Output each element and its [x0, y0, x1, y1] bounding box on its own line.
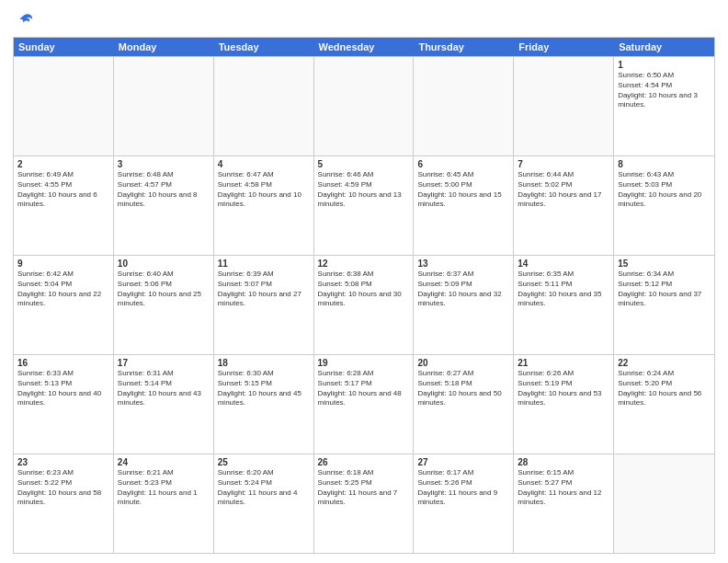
- calendar-cell: 12Sunrise: 6:38 AM Sunset: 5:08 PM Dayli…: [314, 256, 415, 354]
- day-info: Sunrise: 6:38 AM Sunset: 5:08 PM Dayligh…: [318, 270, 410, 309]
- header-day-saturday: Saturday: [614, 38, 714, 56]
- day-number: 18: [218, 358, 310, 368]
- calendar-cell: 13Sunrise: 6:37 AM Sunset: 5:09 PM Dayli…: [414, 256, 514, 354]
- calendar: SundayMondayTuesdayWednesdayThursdayFrid…: [13, 37, 715, 554]
- day-info: Sunrise: 6:26 AM Sunset: 5:19 PM Dayligh…: [518, 369, 609, 408]
- calendar-cell: 10Sunrise: 6:40 AM Sunset: 5:06 PM Dayli…: [114, 256, 214, 354]
- day-number: 19: [318, 358, 410, 368]
- day-info: Sunrise: 6:49 AM Sunset: 4:55 PM Dayligh…: [17, 170, 109, 210]
- calendar-row-4: 23Sunrise: 6:23 AM Sunset: 5:22 PM Dayli…: [14, 454, 714, 553]
- header: [13, 9, 715, 31]
- calendar-cell: 25Sunrise: 6:20 AM Sunset: 5:24 PM Dayli…: [214, 454, 314, 553]
- day-info: Sunrise: 6:43 AM Sunset: 5:03 PM Dayligh…: [618, 170, 711, 210]
- day-info: Sunrise: 6:45 AM Sunset: 5:00 PM Dayligh…: [417, 170, 509, 210]
- day-number: 23: [17, 457, 109, 467]
- calendar-header: SundayMondayTuesdayWednesdayThursdayFrid…: [14, 38, 714, 56]
- day-number: 12: [318, 259, 410, 269]
- day-number: 7: [518, 159, 609, 169]
- calendar-cell: 14Sunrise: 6:35 AM Sunset: 5:11 PM Dayli…: [514, 256, 614, 354]
- calendar-cell: [214, 57, 314, 155]
- day-info: Sunrise: 6:50 AM Sunset: 4:54 PM Dayligh…: [618, 71, 711, 110]
- day-number: 17: [118, 358, 210, 368]
- calendar-cell: [514, 57, 614, 155]
- day-number: 16: [17, 358, 109, 368]
- day-number: 6: [417, 159, 509, 169]
- calendar-cell: [314, 57, 415, 155]
- day-number: 13: [417, 259, 509, 269]
- day-info: Sunrise: 6:20 AM Sunset: 5:24 PM Dayligh…: [218, 468, 310, 508]
- calendar-cell: 23Sunrise: 6:23 AM Sunset: 5:22 PM Dayli…: [14, 454, 114, 553]
- calendar-cell: 19Sunrise: 6:28 AM Sunset: 5:17 PM Dayli…: [314, 355, 415, 454]
- day-number: 3: [118, 159, 210, 169]
- day-info: Sunrise: 6:35 AM Sunset: 5:11 PM Dayligh…: [518, 270, 609, 309]
- day-number: 25: [218, 457, 310, 467]
- day-number: 8: [618, 159, 711, 169]
- calendar-cell: 1Sunrise: 6:50 AM Sunset: 4:54 PM Daylig…: [614, 57, 714, 155]
- calendar-cell: 11Sunrise: 6:39 AM Sunset: 5:07 PM Dayli…: [214, 256, 314, 354]
- day-info: Sunrise: 6:39 AM Sunset: 5:07 PM Dayligh…: [218, 270, 310, 309]
- logo: [13, 13, 35, 31]
- day-info: Sunrise: 6:37 AM Sunset: 5:09 PM Dayligh…: [417, 270, 509, 309]
- page: SundayMondayTuesdayWednesdayThursdayFrid…: [0, 0, 728, 563]
- calendar-cell: 16Sunrise: 6:33 AM Sunset: 5:13 PM Dayli…: [14, 355, 114, 454]
- calendar-cell: 9Sunrise: 6:42 AM Sunset: 5:04 PM Daylig…: [14, 256, 114, 354]
- day-number: 15: [618, 259, 711, 269]
- calendar-cell: 26Sunrise: 6:18 AM Sunset: 5:25 PM Dayli…: [314, 454, 415, 553]
- day-number: 14: [518, 259, 609, 269]
- day-number: 28: [518, 457, 609, 467]
- header-day-tuesday: Tuesday: [214, 38, 314, 56]
- calendar-cell: 8Sunrise: 6:43 AM Sunset: 5:03 PM Daylig…: [614, 156, 714, 255]
- calendar-cell: 7Sunrise: 6:44 AM Sunset: 5:02 PM Daylig…: [514, 156, 614, 255]
- day-info: Sunrise: 6:28 AM Sunset: 5:17 PM Dayligh…: [318, 369, 410, 408]
- calendar-cell: 20Sunrise: 6:27 AM Sunset: 5:18 PM Dayli…: [414, 355, 514, 454]
- day-info: Sunrise: 6:21 AM Sunset: 5:23 PM Dayligh…: [118, 468, 210, 508]
- day-info: Sunrise: 6:42 AM Sunset: 5:04 PM Dayligh…: [17, 270, 109, 309]
- header-day-friday: Friday: [514, 38, 614, 56]
- calendar-cell: [14, 57, 114, 155]
- calendar-cell: 2Sunrise: 6:49 AM Sunset: 4:55 PM Daylig…: [14, 156, 114, 255]
- calendar-cell: 28Sunrise: 6:15 AM Sunset: 5:27 PM Dayli…: [514, 454, 614, 553]
- calendar-cell: 5Sunrise: 6:46 AM Sunset: 4:59 PM Daylig…: [314, 156, 415, 255]
- day-number: 21: [518, 358, 609, 368]
- header-day-wednesday: Wednesday: [314, 38, 415, 56]
- day-info: Sunrise: 6:48 AM Sunset: 4:57 PM Dayligh…: [118, 170, 210, 210]
- header-day-sunday: Sunday: [14, 38, 114, 56]
- calendar-body: 1Sunrise: 6:50 AM Sunset: 4:54 PM Daylig…: [14, 56, 714, 553]
- logo-bird-icon: [15, 11, 35, 31]
- day-number: 9: [17, 259, 109, 269]
- day-info: Sunrise: 6:30 AM Sunset: 5:15 PM Dayligh…: [218, 369, 310, 408]
- calendar-cell: 27Sunrise: 6:17 AM Sunset: 5:26 PM Dayli…: [414, 454, 514, 553]
- day-info: Sunrise: 6:23 AM Sunset: 5:22 PM Dayligh…: [17, 468, 109, 508]
- day-number: 2: [17, 159, 109, 169]
- calendar-cell: [114, 57, 214, 155]
- day-info: Sunrise: 6:24 AM Sunset: 5:20 PM Dayligh…: [618, 369, 711, 408]
- day-info: Sunrise: 6:47 AM Sunset: 4:58 PM Dayligh…: [218, 170, 310, 210]
- day-number: 20: [417, 358, 509, 368]
- day-info: Sunrise: 6:44 AM Sunset: 5:02 PM Dayligh…: [518, 170, 609, 210]
- calendar-cell: 4Sunrise: 6:47 AM Sunset: 4:58 PM Daylig…: [214, 156, 314, 255]
- day-number: 4: [218, 159, 310, 169]
- calendar-cell: 24Sunrise: 6:21 AM Sunset: 5:23 PM Dayli…: [114, 454, 214, 553]
- day-number: 22: [618, 358, 711, 368]
- day-info: Sunrise: 6:15 AM Sunset: 5:27 PM Dayligh…: [518, 468, 609, 508]
- header-day-thursday: Thursday: [414, 38, 514, 56]
- calendar-cell: 15Sunrise: 6:34 AM Sunset: 5:12 PM Dayli…: [614, 256, 714, 354]
- calendar-row-1: 2Sunrise: 6:49 AM Sunset: 4:55 PM Daylig…: [14, 155, 714, 255]
- header-day-monday: Monday: [114, 38, 214, 56]
- day-info: Sunrise: 6:46 AM Sunset: 4:59 PM Dayligh…: [318, 170, 410, 210]
- calendar-cell: [414, 57, 514, 155]
- calendar-cell: [614, 454, 714, 553]
- day-number: 5: [318, 159, 410, 169]
- day-info: Sunrise: 6:40 AM Sunset: 5:06 PM Dayligh…: [118, 270, 210, 309]
- calendar-row-2: 9Sunrise: 6:42 AM Sunset: 5:04 PM Daylig…: [14, 255, 714, 354]
- day-number: 11: [218, 259, 310, 269]
- calendar-cell: 21Sunrise: 6:26 AM Sunset: 5:19 PM Dayli…: [514, 355, 614, 454]
- day-info: Sunrise: 6:34 AM Sunset: 5:12 PM Dayligh…: [618, 270, 711, 309]
- day-number: 1: [618, 60, 711, 70]
- day-info: Sunrise: 6:31 AM Sunset: 5:14 PM Dayligh…: [118, 369, 210, 408]
- day-info: Sunrise: 6:33 AM Sunset: 5:13 PM Dayligh…: [17, 369, 109, 408]
- calendar-cell: 6Sunrise: 6:45 AM Sunset: 5:00 PM Daylig…: [414, 156, 514, 255]
- calendar-cell: 18Sunrise: 6:30 AM Sunset: 5:15 PM Dayli…: [214, 355, 314, 454]
- calendar-row-3: 16Sunrise: 6:33 AM Sunset: 5:13 PM Dayli…: [14, 354, 714, 454]
- day-number: 26: [318, 457, 410, 467]
